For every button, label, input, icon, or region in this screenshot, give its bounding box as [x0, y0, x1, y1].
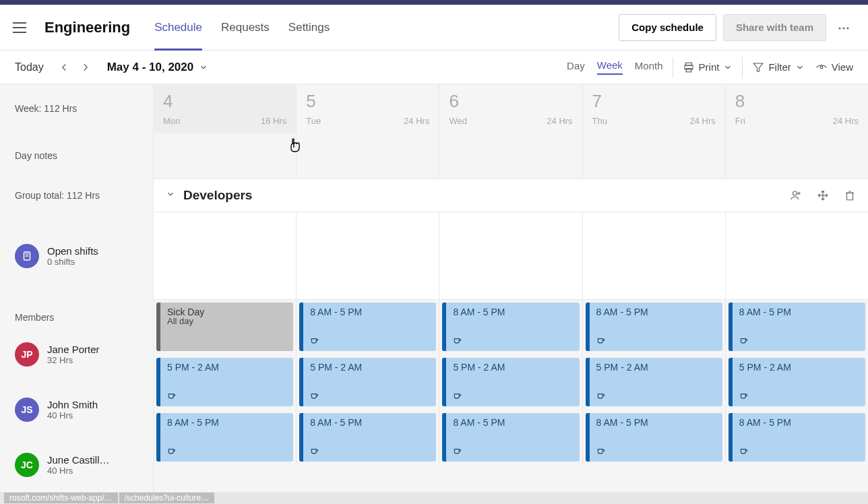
- day-header[interactable]: 6 Wed 24 Hrs: [439, 84, 582, 133]
- tab-requests[interactable]: Requests: [221, 5, 270, 50]
- shift-time: 5 PM - 2 AM: [596, 362, 716, 373]
- date-range-picker[interactable]: May 4 - 10, 2020: [107, 61, 209, 74]
- shift-time: 8 AM - 5 PM: [453, 307, 572, 317]
- view-day[interactable]: Day: [567, 60, 585, 74]
- shift-block[interactable]: 5 PM - 2 AM: [586, 358, 722, 406]
- day-header[interactable]: 5 Tue 24 Hrs: [297, 84, 439, 133]
- open-shifts-title: Open shifts: [47, 245, 135, 257]
- svg-point-4: [820, 66, 823, 69]
- day-note-cell[interactable]: [439, 133, 582, 179]
- eye-icon: [815, 61, 828, 73]
- day-number: 4: [163, 91, 286, 112]
- day-header[interactable]: 8 Fri 24 Hrs: [726, 84, 868, 133]
- more-options-button[interactable]: ⋯: [830, 14, 857, 41]
- shift-time: 8 AM - 5 PM: [167, 417, 286, 428]
- shift-block[interactable]: Sick Day All day: [156, 303, 293, 351]
- shift-cell[interactable]: 8 AM - 5 PM: [583, 410, 726, 466]
- member-row[interactable]: JP Jane Porter 32 Hrs: [0, 327, 153, 382]
- open-shift-cell[interactable]: [439, 212, 582, 299]
- day-note-cell[interactable]: [297, 133, 439, 179]
- day-hours: 24 Hrs: [547, 116, 572, 126]
- open-shifts-row[interactable]: Open shifts 0 shifts: [0, 212, 153, 300]
- open-shift-cell[interactable]: [726, 212, 868, 299]
- shift-cell[interactable]: 5 PM - 2 AM: [726, 355, 868, 410]
- sidebar: Week: 112 Hrs Day notes Group total: 112…: [0, 84, 154, 492]
- svg-point-8: [793, 191, 797, 195]
- shift-block[interactable]: 5 PM - 2 AM: [156, 358, 293, 406]
- member-row[interactable]: JS John Smith 40 Hrs: [0, 382, 153, 437]
- shift-cell[interactable]: 5 PM - 2 AM: [154, 355, 297, 410]
- tab-settings[interactable]: Settings: [288, 5, 330, 50]
- day-note-cell[interactable]: [583, 133, 726, 179]
- member-hours: 40 Hrs: [47, 410, 135, 420]
- shift-cell[interactable]: 8 AM - 5 PM: [726, 410, 868, 466]
- shift-cell[interactable]: 8 AM - 5 PM: [583, 300, 726, 355]
- day-header[interactable]: 7 Thu 24 Hrs: [583, 84, 726, 133]
- view-week[interactable]: Week: [597, 59, 623, 75]
- shift-cell[interactable]: 8 AM - 5 PM: [439, 300, 582, 355]
- next-week-button[interactable]: [78, 59, 94, 75]
- today-button[interactable]: Today: [15, 61, 44, 73]
- shift-cell[interactable]: 8 AM - 5 PM: [297, 300, 439, 355]
- view-options-button[interactable]: View: [815, 61, 853, 73]
- shift-block[interactable]: 5 PM - 2 AM: [299, 358, 436, 406]
- shift-block[interactable]: 8 AM - 5 PM: [586, 303, 722, 351]
- member-row[interactable]: JC June Castill… 40 Hrs: [0, 437, 153, 493]
- toolbar: Today May 4 - 10, 2020 Day Week Month Pr…: [0, 51, 868, 84]
- shift-block[interactable]: 5 PM - 2 AM: [728, 358, 865, 406]
- day-note-cell[interactable]: [726, 133, 868, 179]
- day-hours: 16 Hrs: [261, 116, 286, 126]
- shift-time: 8 AM - 5 PM: [596, 307, 716, 317]
- shift-cell[interactable]: 5 PM - 2 AM: [583, 355, 726, 410]
- open-shift-cell[interactable]: [154, 212, 297, 299]
- day-of-week: Mon: [163, 116, 180, 126]
- print-button[interactable]: Print: [683, 61, 733, 73]
- add-user-icon[interactable]: [790, 189, 802, 201]
- shift-block[interactable]: 8 AM - 5 PM: [299, 303, 436, 351]
- day-header[interactable]: 4 Mon 16 Hrs: [154, 84, 297, 133]
- shift-row: 5 PM - 2 AM 5 PM - 2 AM 5 PM - 2 AM 5 PM…: [154, 355, 868, 410]
- open-shift-cell[interactable]: [583, 212, 726, 299]
- shift-block[interactable]: 8 AM - 5 PM: [299, 413, 436, 462]
- day-notes-row: [154, 133, 868, 179]
- shift-cell[interactable]: 8 AM - 5 PM: [439, 410, 582, 466]
- delete-group-icon[interactable]: [844, 189, 856, 201]
- day-number: 7: [592, 91, 716, 112]
- shift-block[interactable]: 8 AM - 5 PM: [442, 303, 579, 351]
- shift-cell[interactable]: 5 PM - 2 AM: [297, 355, 439, 410]
- day-of-week: Wed: [449, 116, 467, 126]
- move-group-icon[interactable]: [817, 189, 829, 201]
- hamburger-menu-icon[interactable]: [11, 19, 28, 36]
- shift-block[interactable]: 5 PM - 2 AM: [442, 358, 579, 406]
- shift-cell[interactable]: 8 AM - 5 PM: [154, 410, 297, 466]
- shift-cell[interactable]: 8 AM - 5 PM: [297, 410, 439, 466]
- break-icon: [453, 446, 462, 455]
- collapse-group-icon[interactable]: [166, 189, 175, 201]
- shift-block[interactable]: 8 AM - 5 PM: [442, 413, 579, 462]
- view-month[interactable]: Month: [635, 60, 663, 74]
- chevron-down-icon: [199, 63, 208, 72]
- day-hours: 24 Hrs: [690, 116, 716, 126]
- shift-block[interactable]: 8 AM - 5 PM: [586, 413, 722, 462]
- schedule-grid: 4 Mon 16 Hrs 5 Tue 24 Hrs 6 Wed 24 Hrs 7…: [154, 84, 868, 492]
- member-name: Jane Porter: [47, 344, 135, 355]
- prev-week-button[interactable]: [56, 59, 72, 75]
- shift-block[interactable]: 8 AM - 5 PM: [156, 413, 293, 462]
- shift-cell[interactable]: Sick Day All day: [154, 300, 297, 355]
- break-icon: [453, 336, 462, 345]
- open-shift-cell[interactable]: [297, 212, 439, 299]
- tab-schedule[interactable]: Schedule: [154, 5, 202, 50]
- svg-marker-3: [754, 63, 764, 71]
- shift-time: 8 AM - 5 PM: [739, 417, 859, 428]
- day-note-cell[interactable]: [154, 133, 297, 179]
- svg-rect-11: [847, 193, 853, 200]
- shift-block[interactable]: 8 AM - 5 PM: [728, 303, 865, 351]
- shift-cell[interactable]: 8 AM - 5 PM: [726, 300, 868, 355]
- copy-schedule-button[interactable]: Copy schedule: [619, 14, 716, 41]
- share-with-team-button[interactable]: Share with team: [723, 14, 826, 41]
- filter-button[interactable]: Filter: [752, 61, 804, 73]
- shift-block[interactable]: 8 AM - 5 PM: [728, 413, 865, 462]
- chevron-down-icon: [795, 63, 805, 72]
- shift-row: Sick Day All day 8 AM - 5 PM 8 AM - 5 PM…: [154, 300, 868, 355]
- shift-cell[interactable]: 5 PM - 2 AM: [439, 355, 582, 410]
